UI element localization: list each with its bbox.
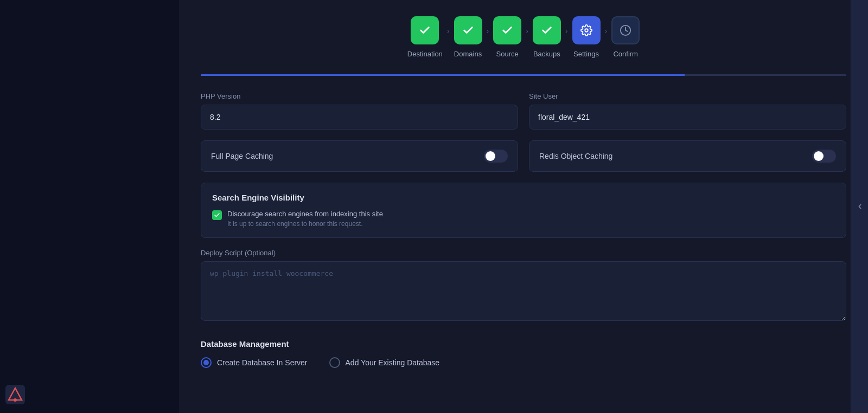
arrow-5: ›	[605, 27, 608, 48]
step-destination-label: Destination	[407, 50, 443, 58]
stepper-underline	[201, 74, 846, 76]
svg-point-4	[14, 398, 17, 402]
arrow-4: ›	[565, 27, 568, 48]
step-confirm-label: Confirm	[613, 50, 638, 58]
db-option-existing-label: Add Your Existing Database	[346, 358, 440, 367]
full-page-caching-toggle[interactable]	[484, 150, 508, 163]
step-destination-icon	[411, 16, 439, 44]
redis-caching-toggle[interactable]	[812, 150, 836, 163]
main-content: Destination › Domains › Source ›	[179, 0, 868, 413]
step-domains[interactable]: Domains	[454, 16, 482, 58]
step-source[interactable]: Source	[493, 16, 521, 58]
step-domains-label: Domains	[454, 50, 482, 58]
db-radio-create	[201, 357, 212, 368]
step-confirm[interactable]: Confirm	[611, 16, 640, 58]
sev-card: Search Engine Visibility Discourage sear…	[201, 183, 846, 238]
step-source-label: Source	[496, 50, 519, 58]
sev-text-block: Discourage search engines from indexing …	[227, 210, 383, 228]
db-option-create[interactable]: Create Database In Server	[201, 357, 308, 368]
php-version-group: PHP Version	[201, 92, 518, 130]
step-backups-icon	[533, 16, 561, 44]
step-confirm-icon	[611, 16, 640, 44]
collapse-button[interactable]	[851, 0, 868, 413]
sev-checkbox[interactable]	[212, 210, 222, 220]
sev-checkbox-row: Discourage search engines from indexing …	[212, 210, 835, 228]
deploy-script-textarea[interactable]	[201, 261, 846, 321]
step-settings-icon	[572, 16, 601, 44]
db-options: Create Database In Server Add Your Exist…	[201, 357, 846, 368]
sev-title: Search Engine Visibility	[212, 193, 835, 202]
php-siteuser-row: PHP Version Site User	[201, 92, 846, 130]
caching-row: Full Page Caching Redis Object Caching	[201, 140, 846, 172]
step-settings-label: Settings	[573, 50, 599, 58]
redis-caching-card: Redis Object Caching	[529, 140, 846, 172]
svg-point-0	[585, 29, 588, 32]
redis-caching-thumb	[814, 151, 824, 161]
db-radio-create-inner	[203, 360, 209, 365]
full-page-caching-card: Full Page Caching	[201, 140, 518, 172]
full-page-caching-label: Full Page Caching	[211, 152, 273, 160]
stepper: Destination › Domains › Source ›	[201, 16, 846, 58]
step-domains-icon	[454, 16, 482, 44]
redis-caching-label: Redis Object Caching	[539, 152, 612, 160]
step-backups[interactable]: Backups	[533, 16, 561, 58]
sidebar	[0, 0, 179, 413]
step-settings[interactable]: Settings	[572, 16, 601, 58]
step-backups-label: Backups	[533, 50, 560, 58]
db-radio-existing	[329, 357, 340, 368]
sev-checkbox-subtext: It is up to search engines to honor this…	[227, 220, 383, 228]
step-source-icon	[493, 16, 521, 44]
deploy-script-group: Deploy Script (Optional)	[201, 249, 846, 323]
logo	[5, 385, 25, 404]
db-option-existing[interactable]: Add Your Existing Database	[329, 357, 440, 368]
deploy-script-label: Deploy Script (Optional)	[201, 249, 846, 257]
db-option-create-label: Create Database In Server	[217, 358, 308, 367]
site-user-input[interactable]	[529, 105, 846, 130]
site-user-label: Site User	[529, 92, 846, 100]
arrow-1: ›	[447, 27, 450, 48]
arrow-2: ›	[487, 27, 489, 48]
full-page-caching-thumb	[486, 151, 495, 161]
site-user-group: Site User	[529, 92, 846, 130]
db-title: Database Management	[201, 339, 846, 349]
php-version-label: PHP Version	[201, 92, 518, 100]
sev-checkbox-label: Discourage search engines from indexing …	[227, 210, 383, 218]
arrow-3: ›	[526, 27, 528, 48]
step-destination[interactable]: Destination	[407, 16, 443, 58]
php-version-input[interactable]	[201, 105, 518, 130]
